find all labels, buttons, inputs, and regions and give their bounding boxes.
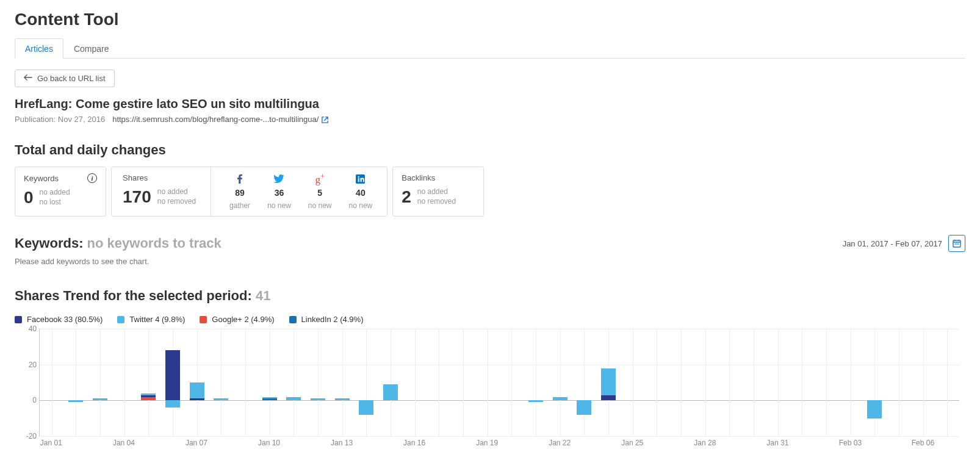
legend-twitter: Twitter 4 (9.8%) — [117, 315, 185, 324]
tab-compare[interactable]: Compare — [63, 38, 120, 59]
keywords-heading: Keywords: no keywords to track — [15, 235, 222, 251]
bar-segment-twitter — [553, 397, 567, 401]
chart-legend: Facebook 33 (80.5%) Twitter 4 (9.8%) Goo… — [15, 315, 965, 324]
bar-segment-twitter — [286, 397, 301, 401]
article-title: HrefLang: Come gestire lato SEO un sito … — [15, 97, 965, 111]
x-tick-label: Jan 10 — [258, 439, 280, 447]
stat-keywords: Keywords i 0 no added no lost — [15, 167, 106, 217]
legend-linkedin: LinkedIn 2 (4.9%) — [289, 315, 364, 324]
bar-segment-twitter — [335, 398, 350, 400]
publication-date: Publication: Nov 27, 2016 — [15, 115, 105, 124]
y-tick-label: -20 — [26, 432, 37, 440]
share-col-linkedin: 40no new — [349, 173, 373, 210]
article-meta: Publication: Nov 27, 2016 https://it.sem… — [15, 115, 965, 124]
bar-group — [867, 329, 882, 436]
bar-group — [214, 329, 228, 436]
bar-segment-twitter — [214, 398, 228, 400]
bar-group — [528, 329, 543, 436]
x-tick-label: Feb 03 — [839, 439, 862, 447]
bar-group — [335, 329, 350, 436]
svg-point-3 — [956, 243, 957, 245]
shares-trend-chart: -2002040 Jan 01Jan 04Jan 07Jan 10Jan 13J… — [39, 329, 959, 451]
facebook-icon — [236, 173, 244, 184]
bar-group — [311, 329, 325, 436]
bar-segment-twitter — [311, 398, 325, 400]
date-range-label: Jan 01, 2017 - Feb 07, 2017 — [843, 239, 942, 248]
bar-segment-twitter — [359, 400, 373, 414]
tabs: Articles Compare — [15, 38, 965, 59]
article-url[interactable]: https://it.semrush.com/blog/hreflang-com… — [112, 115, 319, 124]
x-tick-label: Jan 28 — [694, 439, 716, 447]
bar-segment-twitter — [601, 368, 616, 395]
stat-delta: no added — [417, 187, 456, 197]
stat-label: Keywords — [24, 174, 59, 183]
external-link-icon[interactable] — [321, 116, 329, 124]
bar-group — [262, 329, 277, 436]
gplus-icon: g+ — [315, 173, 325, 184]
bar-segment-facebook — [190, 398, 204, 400]
x-tick-label: Jan 07 — [186, 439, 207, 447]
bar-group — [577, 329, 591, 436]
linkedin-icon — [356, 173, 365, 184]
keywords-note: Please add keywords to see the chart. — [15, 257, 965, 266]
bar-segment-linkedin — [262, 398, 277, 400]
bar-group — [68, 329, 83, 436]
bar-group — [601, 329, 616, 436]
share-sub: gather — [229, 201, 250, 210]
bar-group — [93, 329, 107, 436]
bar-group — [141, 329, 156, 436]
bar-segment-facebook — [601, 395, 616, 401]
stat-value: 0 — [24, 189, 34, 206]
info-icon[interactable]: i — [87, 173, 97, 183]
legend-facebook: Facebook 33 (80.5%) — [15, 315, 103, 324]
bar-segment-twitter — [190, 382, 204, 398]
tab-articles[interactable]: Articles — [15, 38, 63, 59]
x-tick-label: Jan 04 — [113, 439, 135, 447]
stat-backlinks: Backlinks 2 no added no removed — [392, 167, 484, 217]
go-back-label: Go back to URL list — [37, 74, 106, 83]
stat-shares: Shares 170 no added no removed 89gather3… — [111, 167, 387, 217]
stat-label: Backlinks — [402, 173, 435, 182]
x-tick-label: Jan 16 — [403, 439, 425, 447]
swatch-icon — [289, 316, 297, 323]
x-tick-label: Jan 25 — [621, 439, 643, 447]
bar-segment-twitter — [577, 400, 591, 414]
page-title: Content Tool — [15, 0, 965, 38]
bar-group — [190, 329, 204, 436]
bar-segment-facebook — [141, 395, 156, 397]
stat-delta: no lost — [40, 198, 70, 207]
share-count: 89 — [235, 188, 245, 198]
stat-delta: no added — [157, 187, 196, 197]
stat-value: 170 — [123, 189, 151, 206]
go-back-button[interactable]: Go back to URL list — [15, 70, 115, 87]
calendar-button[interactable] — [948, 235, 965, 252]
x-tick-label: Jan 01 — [40, 439, 62, 447]
arrow-left-icon — [24, 74, 32, 83]
y-tick-label: 40 — [29, 325, 37, 333]
bar-segment-twitter — [867, 400, 882, 418]
svg-point-4 — [958, 243, 959, 245]
bar-segment-twitter — [93, 398, 107, 400]
share-col-facebook: 89gather — [229, 173, 250, 210]
share-count: 40 — [356, 188, 366, 198]
bar-group — [359, 329, 373, 436]
bar-group — [165, 329, 180, 436]
bar-segment-twitter — [165, 400, 180, 408]
stat-label: Shares — [123, 173, 148, 182]
share-sub: no new — [349, 201, 373, 210]
bar-segment-twitter — [141, 393, 156, 395]
swatch-icon — [117, 316, 124, 323]
totals-heading: Total and daily changes — [15, 142, 965, 158]
stat-value: 2 — [402, 189, 411, 206]
legend-gplus: Google+ 2 (4.9%) — [200, 315, 274, 324]
bar-segment-twitter — [262, 397, 277, 399]
x-tick-label: Jan 31 — [766, 439, 788, 447]
share-col-twitter: 36no new — [267, 173, 291, 210]
share-count: 36 — [275, 188, 284, 198]
x-tick-label: Jan 19 — [476, 439, 498, 447]
twitter-icon — [273, 173, 284, 184]
stat-row: Keywords i 0 no added no lost Shares 170… — [15, 167, 965, 217]
stat-delta: no removed — [157, 197, 196, 207]
share-col-gplus: g+5no new — [308, 173, 332, 210]
bar-group — [286, 329, 301, 436]
